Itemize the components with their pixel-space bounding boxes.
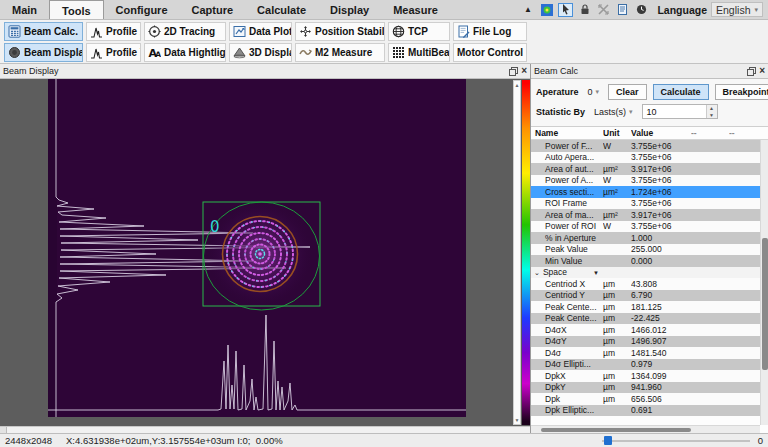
statistic-by-select[interactable]: Lasts(s) ▾ bbox=[591, 106, 636, 118]
table-row[interactable]: DpkYµm941.960 bbox=[531, 382, 760, 394]
pointer-tool-icon[interactable] bbox=[558, 3, 573, 17]
close-panel-icon[interactable]: × bbox=[521, 66, 527, 76]
gain-slider[interactable] bbox=[602, 436, 750, 445]
cell-name: ROI Frame bbox=[531, 198, 603, 208]
sort-arrow-icon[interactable]: ▼ bbox=[593, 270, 599, 276]
collapse-chevron-icon[interactable]: ⌄ bbox=[534, 269, 540, 276]
table-row[interactable]: D4σYµm1496.907 bbox=[531, 336, 760, 348]
table-row[interactable]: Dpkµm656.506 bbox=[531, 393, 760, 405]
toolbar-button-file-log[interactable]: File Log bbox=[453, 22, 527, 41]
float-window-icon[interactable] bbox=[509, 67, 518, 76]
clock-icon[interactable] bbox=[634, 3, 649, 17]
toolbar-button-tcp[interactable]: TCP bbox=[388, 22, 450, 41]
toolbar-button-2d-tracing[interactable]: 2D Tracing bbox=[144, 22, 226, 41]
column-header-name[interactable]: Name bbox=[531, 128, 603, 138]
lock-icon[interactable] bbox=[577, 3, 592, 17]
statistic-count-spinner[interactable]: 10 ▲ ▼ bbox=[642, 104, 718, 119]
scroll-down-icon[interactable]: ▼ bbox=[515, 417, 520, 423]
table-horizontal-scrollbar[interactable] bbox=[531, 425, 760, 433]
table-group-row-space[interactable]: ⌄Space▼ bbox=[531, 267, 760, 279]
beam-display-title: Beam Display bbox=[3, 66, 509, 76]
scroll-up-icon[interactable]: ▲ bbox=[515, 82, 520, 88]
table-row[interactable]: % in Aperture1.000 bbox=[531, 232, 760, 244]
column-header-value[interactable]: Value bbox=[631, 128, 691, 138]
cell-value: 1496.907 bbox=[631, 336, 691, 346]
table-row[interactable]: D4σXµm1466.012 bbox=[531, 324, 760, 336]
toolbar-button-3d-display[interactable]: 3D Display bbox=[229, 43, 292, 62]
table-row[interactable]: Centriod Xµm43.808 bbox=[531, 278, 760, 290]
toolbar-button-data-plot[interactable]: Data Plot bbox=[229, 22, 292, 41]
table-row[interactable]: D4σµm1481.540 bbox=[531, 347, 760, 359]
column-header-extra1[interactable]: -- bbox=[691, 128, 729, 138]
results-table-header[interactable]: Name Unit Value -- -- bbox=[531, 127, 768, 140]
toolbar-button-beam-calc-[interactable]: Beam Calc. bbox=[4, 22, 83, 41]
slider-track[interactable] bbox=[602, 440, 750, 442]
report-file-icon[interactable] bbox=[615, 3, 630, 17]
beam-image-icon[interactable] bbox=[539, 3, 554, 17]
table-row[interactable]: Min Value0.000 bbox=[531, 255, 760, 267]
toolbar-button-m2-measure[interactable]: M2 Measure bbox=[295, 43, 385, 62]
table-row[interactable]: ROI Frame3.755e+06 bbox=[531, 198, 760, 210]
menu-item-main[interactable]: Main bbox=[0, 0, 49, 19]
menu-item-tools[interactable]: Tools bbox=[49, 0, 104, 19]
toolbar-button-position-stability[interactable]: Position Stability bbox=[295, 22, 385, 41]
table-row[interactable]: Dpk Elliptic...0.691 bbox=[531, 405, 760, 417]
table-row[interactable]: Auto Apera...3.755e+06 bbox=[531, 152, 760, 164]
clear-button[interactable]: Clear bbox=[608, 84, 647, 100]
table-vertical-scrollbar[interactable] bbox=[760, 140, 768, 425]
table-row[interactable]: Peak Value255.000 bbox=[531, 244, 760, 256]
language-select[interactable]: English ▾ bbox=[711, 2, 763, 17]
cell-unit: µm bbox=[603, 325, 631, 335]
scroll-thumb[interactable] bbox=[762, 238, 768, 370]
table-row[interactable]: Peak Cente...µm181.125 bbox=[531, 301, 760, 313]
menu-item-configure[interactable]: Configure bbox=[104, 0, 180, 19]
menu-item-calculate[interactable]: Calculate bbox=[245, 0, 318, 19]
aperture-select[interactable]: 0 ▾ bbox=[585, 86, 603, 98]
toolbar-button-data-hightlight[interactable]: AAData Hightlight bbox=[144, 43, 226, 62]
column-header-extra2[interactable]: -- bbox=[729, 128, 759, 138]
toolbar-button-label: 2D Tracing bbox=[164, 26, 215, 37]
scroll-thumb[interactable] bbox=[541, 428, 691, 432]
toolbar-button-beam-display[interactable]: Beam Display bbox=[4, 43, 83, 62]
menu-item-display[interactable]: Display bbox=[318, 0, 381, 19]
beam-image[interactable]: 0 bbox=[48, 79, 466, 417]
cell-value: 1481.540 bbox=[631, 348, 691, 358]
table-row[interactable]: D4σ Ellipti...0.979 bbox=[531, 359, 760, 371]
spin-down-icon[interactable]: ▼ bbox=[707, 112, 717, 119]
breakpoint-button[interactable]: Breakpoint bbox=[715, 84, 768, 100]
table-row[interactable]: Peak Cente...µm-22.425 bbox=[531, 313, 760, 325]
table-row[interactable]: DpkXµm1364.099 bbox=[531, 370, 760, 382]
slider-thumb[interactable] bbox=[604, 436, 612, 445]
collapse-toolbar-icon[interactable]: ▲ bbox=[520, 3, 535, 17]
menu-item-capture[interactable]: Capture bbox=[180, 0, 246, 19]
table-row[interactable]: Power of A...W3.755e+06 bbox=[531, 175, 760, 187]
cell-name: Power of A... bbox=[531, 175, 603, 185]
toolbar-button-motor-control[interactable]: Motor Control bbox=[453, 43, 527, 62]
font-aa-icon: AA bbox=[148, 46, 161, 59]
cell-name: Auto Apera... bbox=[531, 152, 603, 162]
table-row[interactable]: Power of F...W3.755e+06 bbox=[531, 140, 760, 152]
toolbar-button-profile-y[interactable]: Profile Y bbox=[86, 43, 141, 62]
table-row[interactable]: Cross secti...µm²1.724e+06 bbox=[531, 186, 760, 198]
beam-display-horizontal-scrollbar[interactable] bbox=[0, 426, 530, 433]
toolbar-button-profile-x[interactable]: Profile X bbox=[86, 22, 141, 41]
table-row[interactable]: Area of ma...µm²3.917e+06 bbox=[531, 209, 760, 221]
table-row[interactable]: Centriod Yµm6.790 bbox=[531, 290, 760, 302]
cell-value: 1.724e+06 bbox=[631, 187, 691, 197]
table-row[interactable]: Power of ROIW3.755e+06 bbox=[531, 221, 760, 233]
beam-display-canvas[interactable]: 0 ▲ ▼ bbox=[0, 79, 530, 426]
menu-item-measure[interactable]: Measure bbox=[381, 0, 450, 19]
column-header-unit[interactable]: Unit bbox=[603, 128, 631, 138]
scroll-left-icon[interactable] bbox=[0, 427, 7, 433]
application-window: MainToolsConfigureCaptureCalculateDispla… bbox=[0, 0, 768, 447]
calculate-button[interactable]: Calculate bbox=[653, 84, 709, 100]
close-panel-icon[interactable]: × bbox=[759, 66, 765, 76]
cell-unit: µm bbox=[603, 348, 631, 358]
toolbar-button-multibeam[interactable]: MultiBeam bbox=[388, 43, 450, 62]
beam-display-vertical-scrollbar[interactable]: ▲ ▼ bbox=[513, 80, 521, 425]
float-window-icon[interactable] bbox=[747, 67, 756, 76]
table-row[interactable]: Area of aut...µm²3.917e+06 bbox=[531, 163, 760, 175]
main-area: Beam Display × bbox=[0, 64, 768, 433]
crossed-arrows-icon[interactable] bbox=[596, 3, 611, 17]
file-log-icon bbox=[457, 25, 470, 38]
